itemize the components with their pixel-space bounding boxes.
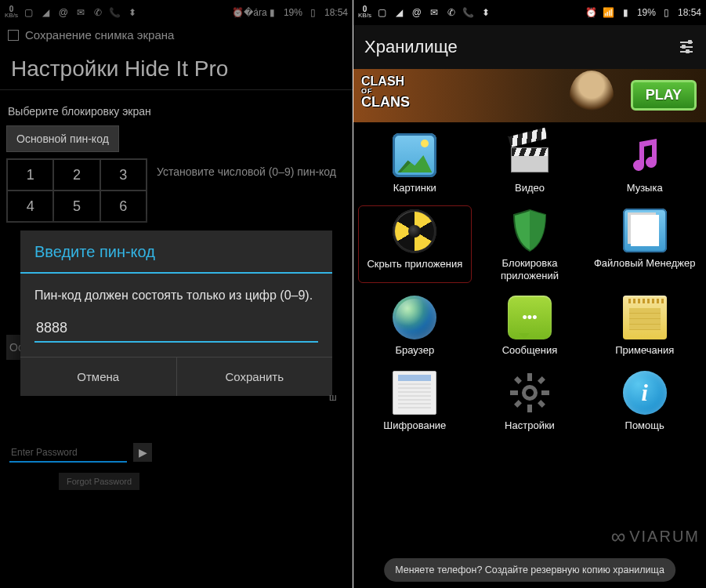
app-lock-app[interactable]: Блокировка приложений [475, 209, 585, 281]
mail-icon: ✉ [428, 6, 440, 19]
pin-input[interactable]: 8888 [34, 317, 318, 343]
clock: 18:54 [324, 7, 348, 18]
ad-banner[interactable]: CLASH OF CLANS PLAY [353, 69, 706, 122]
kbs-indicator: 0KB/s [358, 6, 371, 19]
at-icon: @ [411, 6, 423, 19]
kbs-indicator: 0KB/s [5, 6, 18, 19]
music-app[interactable]: Музыка [589, 133, 700, 194]
forgot-password-link[interactable]: Forgot Password [59, 473, 139, 490]
right-screenshot: 0KB/s ▢ ◢ @ ✉ ✆ 📞 ⬍ ⏰ 📶 ▮ 19% ▯ 18:54 Хр… [353, 0, 706, 588]
signal-icon: ◢ [393, 6, 406, 19]
pin-keypad: 1 2 3 4 5 6 [6, 158, 147, 223]
ad-logo: CLASH OF CLANS [361, 75, 410, 109]
settings-sliders-icon[interactable] [678, 38, 695, 56]
svg-rect-2 [527, 373, 532, 381]
document-icon [393, 371, 436, 415]
dialog-message: Пин-код должен состоять только из цифр (… [20, 274, 332, 310]
backup-toast[interactable]: Меняете телефон? Создайте резервную копи… [384, 558, 675, 582]
globe-icon [393, 296, 436, 339]
key-5[interactable]: 5 [53, 191, 100, 222]
svg-point-1 [526, 389, 534, 397]
svg-rect-3 [527, 405, 532, 412]
pin-dialog: Введите пин-код Пин-код должен состоять … [20, 230, 332, 396]
viber-icon: ✆ [445, 6, 458, 19]
ad-character [570, 71, 614, 121]
infinity-icon: ∞ [611, 524, 628, 549]
screenshot-saving-toast: Сохранение снимка экрана [0, 25, 353, 45]
battery-pct: 19% [637, 7, 656, 18]
left-screenshot: 0KB/s ▢ ◢ @ ✉ ✆ 📞 ⬍ ⏰ �ára ▮ 19% ▯ 18:54… [0, 0, 353, 588]
radiation-icon [393, 209, 436, 253]
chart-icon: ⬍ [480, 6, 492, 19]
section-subtitle: Выберите блокировку экран [0, 96, 353, 127]
wifi-icon: �ára [249, 6, 262, 19]
message-icon: ••• [508, 296, 552, 339]
key-4[interactable]: 4 [7, 191, 53, 222]
key-6[interactable]: 6 [100, 191, 147, 222]
password-input[interactable]: Enter Password [9, 444, 127, 463]
status-bar-left: 0KB/s ▢ ◢ @ ✉ ✆ 📞 ⬍ ⏰ �ára ▮ 19% ▯ 18:54 [0, 0, 353, 25]
shield-icon [508, 209, 552, 252]
file-manager-app[interactable]: Файловый Менеджер [589, 209, 700, 281]
svg-rect-5 [541, 390, 549, 395]
status-bar-right: 0KB/s ▢ ◢ @ ✉ ✆ 📞 ⬍ ⏰ 📶 ▮ 19% ▯ 18:54 [353, 0, 706, 25]
svg-rect-6 [514, 376, 522, 384]
messages-app[interactable]: ••• Сообщения [475, 296, 585, 357]
phone-icon: 📞 [462, 6, 475, 19]
signal-icon: ◢ [40, 6, 52, 19]
viber-icon: ✆ [92, 6, 104, 19]
chart-icon: ⬍ [126, 6, 139, 19]
dialog-title: Введите пин-код [20, 230, 332, 274]
video-icon [508, 133, 552, 177]
svg-rect-4 [510, 390, 518, 395]
cell-icon: ▮ [266, 6, 279, 19]
svg-rect-8 [538, 376, 545, 384]
svg-rect-9 [514, 400, 522, 408]
pin-hint: Установите числовой (0–9) пин-код [157, 165, 343, 179]
alarm-icon: ⏰ [232, 6, 244, 19]
watermark: ∞ VIARUM [611, 524, 700, 549]
battery-pct: 19% [284, 7, 302, 18]
video-app[interactable]: Видео [475, 133, 585, 194]
settings-app[interactable]: Настройки [475, 371, 585, 432]
help-app[interactable]: i Помощь [589, 371, 700, 432]
battery-icon: ▯ [661, 6, 673, 19]
page-title: Настройки Hide It Pro [0, 45, 353, 90]
browser-app[interactable]: Браузер [360, 296, 470, 357]
save-button[interactable]: Сохранить [177, 358, 333, 396]
notes-icon [623, 296, 667, 339]
file-manager-icon [623, 209, 667, 252]
encryption-app[interactable]: Шифрование [360, 371, 470, 432]
phone-icon: 📞 [109, 6, 121, 19]
primary-pin-tab[interactable]: Основной пин-код [6, 125, 119, 152]
alarm-icon: ⏰ [585, 6, 598, 19]
notes-app[interactable]: Примечания [589, 296, 700, 357]
wifi-icon: 📶 [603, 6, 615, 19]
mail-icon: ✉ [74, 6, 87, 19]
cancel-button[interactable]: Отмена [20, 358, 177, 396]
hide-apps-app[interactable]: Скрыть приложения [358, 205, 472, 283]
clock: 18:54 [678, 7, 701, 18]
gallery-icon: ▢ [376, 6, 389, 19]
battery-icon: ▯ [307, 6, 320, 19]
pictures-icon [393, 133, 436, 177]
truncated-text: ш [329, 392, 334, 408]
music-icon [623, 133, 667, 177]
checkbox-icon [8, 30, 19, 41]
key-1[interactable]: 1 [7, 159, 53, 191]
vault-header: Хранилище [353, 25, 706, 69]
play-button[interactable]: PLAY [631, 80, 697, 111]
gear-icon [508, 371, 552, 415]
key-3[interactable]: 3 [100, 159, 147, 191]
gallery-icon: ▢ [23, 6, 35, 19]
at-icon: @ [57, 6, 70, 19]
vault-title: Хранилище [364, 37, 458, 57]
key-2[interactable]: 2 [53, 159, 100, 191]
pictures-app[interactable]: Картинки [360, 133, 470, 194]
svg-rect-7 [538, 400, 545, 408]
submit-arrow-icon[interactable]: ▶ [133, 443, 152, 462]
info-icon: i [623, 371, 667, 415]
vault-grid: Картинки Видео Музыка Скрыть приложения … [353, 122, 706, 432]
cell-icon: ▮ [620, 6, 632, 19]
